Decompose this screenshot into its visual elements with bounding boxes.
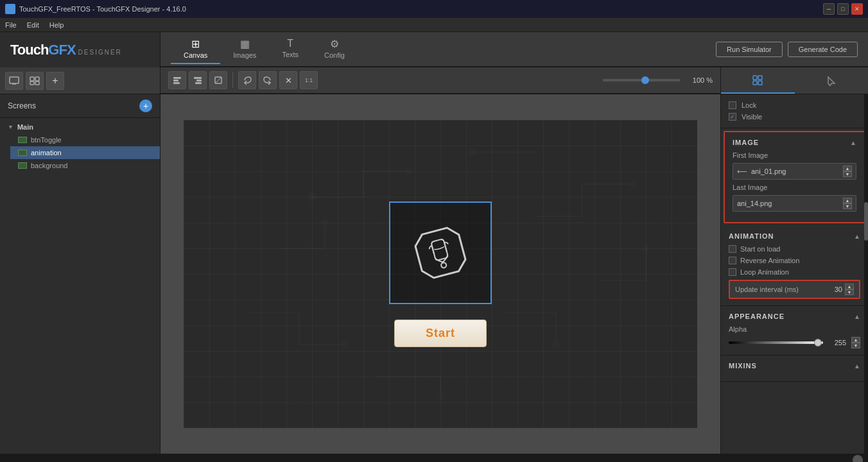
zoom-slider[interactable] xyxy=(603,79,680,81)
texts-tab-label: Texts xyxy=(282,51,299,58)
scrollbar-thumb[interactable] xyxy=(864,202,868,241)
animation-frame[interactable] xyxy=(389,201,492,304)
right-panel-tabs xyxy=(720,67,868,94)
generate-code-button[interactable]: Generate Code xyxy=(788,42,858,57)
animation-collapse-btn[interactable]: ▲ xyxy=(854,233,860,240)
svg-rect-10 xyxy=(196,80,202,81)
canvas-toolbar: ✕ 1:1 100 % xyxy=(161,67,720,94)
image-collapse-btn[interactable]: ▲ xyxy=(850,139,856,146)
last-image-dropdown[interactable]: ani_14.png ▲ ▼ xyxy=(733,195,856,212)
run-simulator-button[interactable]: Run Simulator xyxy=(716,42,783,57)
svg-rect-4 xyxy=(30,81,34,85)
update-interval-spinner: ▲ ▼ xyxy=(845,284,854,295)
image-section-title: IMAGE xyxy=(733,139,759,146)
start-on-load-row: Start on load xyxy=(729,245,860,253)
update-interval-value: 30 xyxy=(835,286,842,293)
tree-item-animation[interactable]: animation xyxy=(10,146,160,159)
svg-rect-3 xyxy=(35,77,39,81)
sidebar-tool-section: + xyxy=(0,67,161,94)
tab-canvas[interactable]: ⊞ Canvas xyxy=(171,34,220,64)
fullscreen-button[interactable]: ✕ xyxy=(279,71,297,89)
right-panel-scrollbar[interactable] xyxy=(864,94,868,454)
tree-item-main[interactable]: ▼ Main xyxy=(0,121,160,133)
logo-section: TouchGFX DESIGNER xyxy=(0,32,161,67)
loop-animation-checkbox[interactable] xyxy=(729,268,736,276)
menu-file[interactable]: File xyxy=(5,21,17,29)
undo-button[interactable] xyxy=(238,71,256,89)
canvas-area: Start xyxy=(161,94,720,454)
tab-images[interactable]: ▦ Images xyxy=(220,34,269,64)
alpha-down[interactable]: ▼ xyxy=(851,343,860,348)
interactions-tab[interactable] xyxy=(795,67,869,94)
menu-bar: File Edit Help xyxy=(0,18,868,32)
update-interval-section: Update interval (ms) 30 ▲ ▼ xyxy=(729,280,860,299)
sidebar: Screens + ▼ Main btnToggle animation bac xyxy=(0,94,161,454)
screen-tool-button[interactable] xyxy=(5,72,23,90)
start-on-load-checkbox[interactable] xyxy=(729,245,736,253)
tab-config[interactable]: ⚙ Config xyxy=(311,34,358,64)
mixins-section-header: MIXINS ▲ xyxy=(729,362,860,370)
visible-label: Visible xyxy=(742,113,860,121)
zoom-fit-button[interactable]: 1:1 xyxy=(300,71,318,89)
lock-checkbox[interactable] xyxy=(729,101,736,109)
config-tab-icon: ⚙ xyxy=(330,38,339,50)
menu-help[interactable]: Help xyxy=(49,21,64,29)
mixins-collapse-btn[interactable]: ▲ xyxy=(854,363,860,370)
alpha-row: Alpha xyxy=(729,325,860,333)
images-tab-icon: ▦ xyxy=(240,38,250,50)
close-button[interactable]: ✕ xyxy=(851,3,863,15)
update-interval-down[interactable]: ▼ xyxy=(845,289,854,295)
appearance-collapse-btn[interactable]: ▲ xyxy=(854,313,860,320)
menu-edit[interactable]: Edit xyxy=(27,21,39,29)
appearance-section-header: APPEARANCE ▲ xyxy=(729,312,860,320)
animation-icon xyxy=(408,221,473,285)
visible-checkbox[interactable]: ✓ xyxy=(729,113,736,121)
config-tab-label: Config xyxy=(324,51,345,59)
first-image-down[interactable]: ▼ xyxy=(843,171,852,177)
add-screen-button[interactable]: + xyxy=(139,99,152,112)
first-image-dropdown-row: ⟵ ani_01.png ▲ ▼ xyxy=(733,163,856,180)
last-image-label: Last Image xyxy=(733,184,856,191)
canvas-bg: Start xyxy=(184,120,697,428)
svg-rect-13 xyxy=(753,76,757,80)
svg-rect-0 xyxy=(10,77,19,83)
canvas-tab-label: Canvas xyxy=(184,51,207,59)
zoom-slider-thumb[interactable] xyxy=(641,76,649,84)
reverse-animation-label: Reverse Animation xyxy=(740,257,860,264)
status-bar xyxy=(0,454,868,462)
title-bar: TouchGFX_FreeRTOS - TouchGFX Designer - … xyxy=(0,0,868,18)
lock-label: Lock xyxy=(742,101,860,109)
redo-button[interactable] xyxy=(259,71,277,89)
svg-point-45 xyxy=(440,262,447,268)
alpha-slider[interactable] xyxy=(729,341,823,344)
window-title: TouchGFX_FreeRTOS - TouchGFX Designer - … xyxy=(19,5,823,13)
svg-rect-15 xyxy=(753,81,757,85)
tree-item-btntoggle[interactable]: btnToggle xyxy=(10,133,160,146)
align-right-button[interactable] xyxy=(189,71,207,89)
minimize-button[interactable]: ─ xyxy=(823,3,835,15)
canvas-tools-row: + ✕ 1:1 100 % xyxy=(0,67,868,94)
alpha-slider-thumb[interactable] xyxy=(814,339,822,346)
last-image-down[interactable]: ▼ xyxy=(843,203,852,209)
image-section: IMAGE ▲ First Image ⟵ ani_01.png ▲ ▼ Las… xyxy=(724,131,865,223)
alpha-up[interactable]: ▲ xyxy=(851,337,860,343)
properties-tab[interactable] xyxy=(721,67,795,94)
canvas-tab-icon: ⊞ xyxy=(191,38,200,50)
tree-item-background[interactable]: background xyxy=(10,159,160,172)
align-left-button[interactable] xyxy=(168,71,186,89)
scale-button[interactable] xyxy=(209,71,227,89)
component-tool-button[interactable] xyxy=(26,72,44,90)
main-layout: Screens + ▼ Main btnToggle animation bac xyxy=(0,94,868,454)
right-panel: Lock ✓ Visible IMAGE ▲ First Image ⟵ an xyxy=(720,94,868,454)
start-button[interactable]: Start xyxy=(394,320,487,347)
update-interval-up[interactable]: ▲ xyxy=(845,284,854,289)
tab-texts[interactable]: T Texts xyxy=(269,34,311,64)
first-image-up[interactable]: ▲ xyxy=(843,166,852,171)
texts-tab-icon: T xyxy=(287,38,293,49)
maximize-button[interactable]: □ xyxy=(837,3,849,15)
add-widget-button[interactable]: + xyxy=(46,72,64,90)
reverse-animation-checkbox[interactable] xyxy=(729,257,736,264)
last-image-up[interactable]: ▲ xyxy=(843,198,852,203)
first-image-dropdown[interactable]: ⟵ ani_01.png ▲ ▼ xyxy=(733,163,856,180)
svg-rect-16 xyxy=(758,81,762,85)
